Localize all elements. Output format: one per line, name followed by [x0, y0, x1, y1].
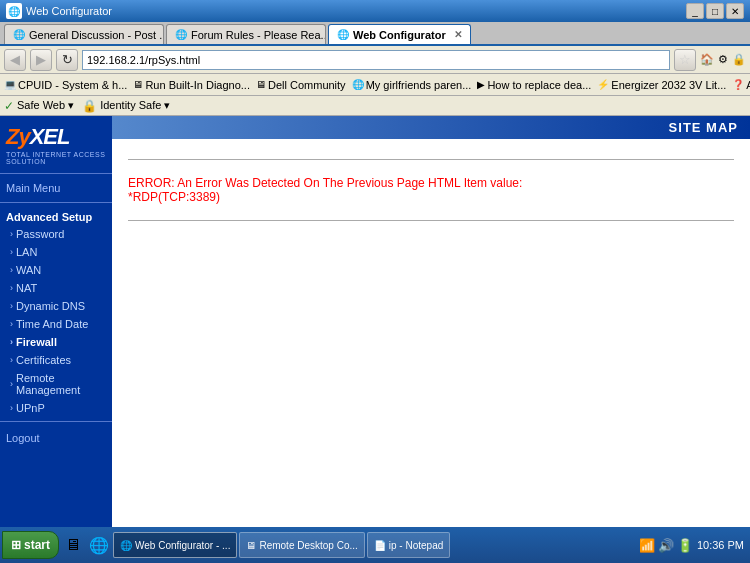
tab-forum-rules[interactable]: 🌐 Forum Rules - Please Rea... ✕ [166, 24, 326, 44]
taskbar-notepad-icon: 📄 [374, 540, 386, 551]
window-icon: 🌐 [6, 3, 22, 19]
taskbar-notepad-label: ip - Notepad [389, 540, 443, 551]
error-line-2: *RDP(TCP:3389) [128, 190, 220, 204]
sidebar-item-dynamic-dns[interactable]: › Dynamic DNS [0, 297, 112, 315]
address-input[interactable] [82, 50, 670, 70]
window-title: Web Configurator [26, 5, 682, 17]
windows-logo-icon: ⊞ [11, 538, 21, 552]
arrow-icon-nat: › [10, 283, 13, 293]
arrow-icon-password: › [10, 229, 13, 239]
bookmark-favicon-2: 🖥 [133, 79, 143, 90]
sidebar-item-password[interactable]: › Password [0, 225, 112, 243]
bookmark-cpuid[interactable]: 💻 CPUID - System & h... [4, 79, 127, 91]
arrow-icon-upnp: › [10, 403, 13, 413]
tab-favicon-2: 🌐 [175, 29, 187, 41]
sidebar-item-lan[interactable]: › LAN [0, 243, 112, 261]
bookmark-favicon-1: 💻 [4, 79, 16, 90]
bookmark-label-2: Run Built-In Diagno... [145, 79, 250, 91]
tab-favicon-3: 🌐 [337, 29, 349, 41]
sidebar-logout[interactable]: Logout [0, 426, 112, 447]
bookmark-label-3: Dell Community [268, 79, 346, 91]
bookmark-girlfriend[interactable]: 🌐 My girlfriends paren... [352, 79, 472, 91]
tab-label-2: Forum Rules - Please Rea... [191, 29, 326, 41]
network-tray-icon: 📶 [639, 538, 655, 553]
zyxel-logo: ZyXEL [6, 124, 106, 150]
content-body: ERROR: An Error Was Detected On The Prev… [112, 139, 750, 241]
refresh-button[interactable]: ↻ [56, 49, 78, 71]
forward-button[interactable]: ▶ [30, 49, 52, 71]
arrow-icon-ddns: › [10, 301, 13, 311]
safety-icon-toolbar[interactable]: 🔒 [732, 53, 746, 66]
bookmark-energizer[interactable]: ⚡ Energizer 2032 3V Lit... [597, 79, 726, 91]
address-bar-row: ◀ ▶ ↻ ☆ 🏠 ⚙ 🔒 [0, 46, 750, 74]
top-divider [128, 159, 734, 160]
site-map-header: SITE MAP [112, 116, 750, 139]
taskbar-desktop-icon[interactable]: 🖥 [61, 533, 85, 557]
home-icon[interactable]: 🏠 [700, 53, 714, 66]
bookmarks-bar: 💻 CPUID - System & h... 🖥 Run Built-In D… [0, 74, 750, 96]
taskbar-remote-icon: 🖥 [246, 540, 256, 551]
toolbar-icons: 🏠 ⚙ 🔒 [700, 53, 746, 66]
tab-web-configurator[interactable]: 🌐 Web Configurator ✕ [328, 24, 471, 44]
bookmark-favicon-7: ❓ [732, 79, 744, 90]
safe-web-indicator[interactable]: ✓ Safe Web ▾ [4, 99, 74, 113]
sidebar-item-firewall[interactable]: › Firewall [0, 333, 112, 351]
identity-safe-indicator[interactable]: 🔒 Identity Safe ▾ [82, 99, 170, 113]
tab-close-3[interactable]: ✕ [454, 29, 462, 40]
sidebar-item-nat[interactable]: › NAT [0, 279, 112, 297]
main-content: SITE MAP ERROR: An Error Was Detected On… [112, 116, 750, 527]
bookmark-ask[interactable]: ❓ Ask a Question [732, 79, 750, 91]
tab-general-discussion[interactable]: 🌐 General Discussion - Post ... ✕ [4, 24, 164, 44]
arrow-icon-certs: › [10, 355, 13, 365]
sidebar-item-time-and-date[interactable]: › Time And Date [0, 315, 112, 333]
taskbar-remote-desktop-button[interactable]: 🖥 Remote Desktop Co... [239, 532, 364, 558]
sidebar-label-lan: LAN [16, 246, 37, 258]
sidebar-label-upnp: UPnP [16, 402, 45, 414]
check-icon-1: ✓ [4, 99, 14, 113]
sidebar-label-wan: WAN [16, 264, 41, 276]
bookmark-label-1: CPUID - System & h... [18, 79, 127, 91]
tab-label-1: General Discussion - Post ... [29, 29, 164, 41]
close-button[interactable]: ✕ [726, 3, 744, 19]
bookmark-label-7: Ask a Question [746, 79, 750, 91]
minimize-button[interactable]: _ [686, 3, 704, 19]
title-bar: 🌐 Web Configurator _ □ ✕ [0, 0, 750, 22]
sidebar-label-firewall: Firewall [16, 336, 57, 348]
error-line-1: ERROR: An Error Was Detected On The Prev… [128, 176, 522, 190]
sidebar-item-remote-management[interactable]: › Remote Management [0, 369, 112, 399]
taskbar-tray: 📶 🔊 🔋 10:36 PM [635, 538, 748, 553]
arrow-icon-wan: › [10, 265, 13, 275]
bookmark-dell[interactable]: 🖥 Dell Community [256, 79, 346, 91]
taskbar-ie-icon[interactable]: 🌐 [87, 533, 111, 557]
sidebar-item-certificates[interactable]: › Certificates [0, 351, 112, 369]
arrow-icon-firewall: › [10, 337, 13, 347]
start-button[interactable]: ⊞ start [2, 531, 59, 559]
start-label: start [24, 538, 50, 552]
arrow-icon-remote: › [10, 379, 13, 389]
bookmark-label-5: How to replace dea... [487, 79, 591, 91]
browser-content: ZyXEL Total Internet Access Solution Mai… [0, 116, 750, 527]
battery-tray-icon: 🔋 [677, 538, 693, 553]
bookmark-replace[interactable]: ▶ How to replace dea... [477, 79, 591, 91]
sidebar-label-ddns: Dynamic DNS [16, 300, 85, 312]
sidebar-logo: ZyXEL Total Internet Access Solution [0, 116, 112, 169]
taskbar-web-icon: 🌐 [120, 540, 132, 551]
maximize-button[interactable]: □ [706, 3, 724, 19]
identity-safe-label: Identity Safe ▾ [100, 99, 170, 112]
tray-icons: 📶 🔊 🔋 [639, 538, 693, 553]
tools-icon[interactable]: ⚙ [718, 53, 728, 66]
taskbar-clock: 10:36 PM [697, 538, 744, 552]
sidebar-main-menu[interactable]: Main Menu [0, 178, 112, 198]
sidebar-label-remote: Remote Management [16, 372, 106, 396]
sidebar-item-upnp[interactable]: › UPnP [0, 399, 112, 417]
sidebar-item-wan[interactable]: › WAN [0, 261, 112, 279]
arrow-icon-lan: › [10, 247, 13, 257]
favorite-button[interactable]: ☆ [674, 49, 696, 71]
tab-bar: 🌐 General Discussion - Post ... ✕ 🌐 Foru… [0, 22, 750, 46]
taskbar-web-configurator-button[interactable]: 🌐 Web Configurator - ... [113, 532, 237, 558]
bookmark-diagnostics[interactable]: 🖥 Run Built-In Diagno... [133, 79, 250, 91]
taskbar-notepad-button[interactable]: 📄 ip - Notepad [367, 532, 450, 558]
error-message: ERROR: An Error Was Detected On The Prev… [128, 168, 734, 212]
back-button[interactable]: ◀ [4, 49, 26, 71]
safe-web-label: Safe Web ▾ [17, 99, 74, 112]
